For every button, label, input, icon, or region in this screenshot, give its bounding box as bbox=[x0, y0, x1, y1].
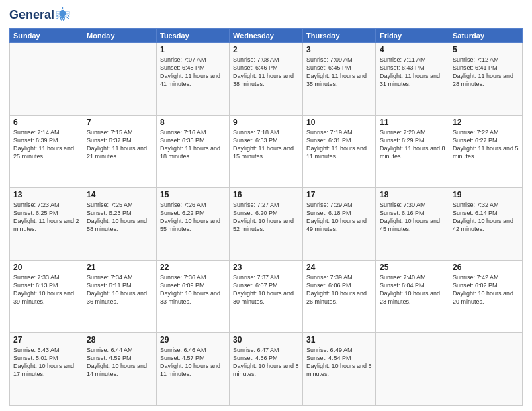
logo-text: General bbox=[9, 8, 54, 21]
day-number: 6 bbox=[13, 118, 79, 127]
weekday-header-thursday: Thursday bbox=[303, 29, 376, 43]
day-info: Sunrise: 6:47 AM Sunset: 4:56 PM Dayligh… bbox=[233, 346, 299, 379]
calendar-cell: 7Sunrise: 7:15 AM Sunset: 6:37 PM Daylig… bbox=[83, 116, 157, 188]
calendar-cell: 3Sunrise: 7:09 AM Sunset: 6:45 PM Daylig… bbox=[303, 43, 376, 116]
day-number: 16 bbox=[233, 190, 299, 199]
header: General 🕷 bbox=[9, 7, 523, 24]
day-number: 22 bbox=[160, 263, 226, 272]
weekday-header-tuesday: Tuesday bbox=[157, 29, 230, 43]
day-info: Sunrise: 6:44 AM Sunset: 4:59 PM Dayligh… bbox=[87, 346, 152, 379]
day-number: 8 bbox=[160, 118, 226, 127]
calendar-cell: 2Sunrise: 7:08 AM Sunset: 6:46 PM Daylig… bbox=[230, 43, 303, 116]
day-number: 14 bbox=[87, 190, 152, 199]
weekday-header-wednesday: Wednesday bbox=[230, 29, 303, 43]
day-info: Sunrise: 7:12 AM Sunset: 6:41 PM Dayligh… bbox=[453, 56, 519, 89]
day-info: Sunrise: 7:33 AM Sunset: 6:13 PM Dayligh… bbox=[13, 273, 79, 306]
day-number: 3 bbox=[306, 45, 372, 54]
day-info: Sunrise: 7:08 AM Sunset: 6:46 PM Dayligh… bbox=[233, 56, 299, 89]
calendar-cell: 30Sunrise: 6:47 AM Sunset: 4:56 PM Dayli… bbox=[230, 333, 303, 406]
calendar-cell: 16Sunrise: 7:27 AM Sunset: 6:20 PM Dayli… bbox=[230, 188, 303, 261]
day-number: 27 bbox=[13, 335, 79, 345]
calendar-cell: 4Sunrise: 7:11 AM Sunset: 6:43 PM Daylig… bbox=[376, 43, 449, 116]
day-info: Sunrise: 7:27 AM Sunset: 6:20 PM Dayligh… bbox=[233, 201, 299, 234]
day-number: 19 bbox=[453, 190, 519, 199]
week-row-1: 1Sunrise: 7:07 AM Sunset: 6:48 PM Daylig… bbox=[10, 43, 523, 116]
day-info: Sunrise: 6:49 AM Sunset: 4:54 PM Dayligh… bbox=[306, 346, 372, 379]
calendar-cell: 15Sunrise: 7:26 AM Sunset: 6:22 PM Dayli… bbox=[157, 188, 230, 261]
calendar-cell: 5Sunrise: 7:12 AM Sunset: 6:41 PM Daylig… bbox=[449, 43, 523, 116]
calendar-cell: 9Sunrise: 7:18 AM Sunset: 6:33 PM Daylig… bbox=[230, 116, 303, 188]
logo-bird-icon: 🕷 bbox=[56, 7, 71, 24]
calendar-cell: 31Sunrise: 6:49 AM Sunset: 4:54 PM Dayli… bbox=[303, 333, 376, 406]
day-info: Sunrise: 7:42 AM Sunset: 6:02 PM Dayligh… bbox=[453, 273, 519, 306]
week-row-2: 6Sunrise: 7:14 AM Sunset: 6:39 PM Daylig… bbox=[10, 116, 523, 188]
calendar-cell bbox=[449, 333, 523, 406]
week-row-5: 27Sunrise: 6:43 AM Sunset: 5:01 PM Dayli… bbox=[10, 333, 523, 406]
day-info: Sunrise: 7:23 AM Sunset: 6:25 PM Dayligh… bbox=[13, 201, 79, 234]
calendar-cell: 26Sunrise: 7:42 AM Sunset: 6:02 PM Dayli… bbox=[449, 261, 523, 333]
weekday-header-monday: Monday bbox=[83, 29, 157, 43]
calendar-cell: 18Sunrise: 7:30 AM Sunset: 6:16 PM Dayli… bbox=[376, 188, 449, 261]
day-number: 18 bbox=[380, 190, 445, 199]
calendar-cell: 17Sunrise: 7:29 AM Sunset: 6:18 PM Dayli… bbox=[303, 188, 376, 261]
day-number: 9 bbox=[233, 118, 299, 127]
day-info: Sunrise: 7:32 AM Sunset: 6:14 PM Dayligh… bbox=[453, 201, 519, 234]
day-number: 4 bbox=[380, 45, 445, 54]
day-number: 13 bbox=[13, 190, 79, 199]
day-number: 31 bbox=[306, 335, 372, 345]
day-number: 1 bbox=[160, 45, 226, 54]
calendar-cell: 6Sunrise: 7:14 AM Sunset: 6:39 PM Daylig… bbox=[10, 116, 83, 188]
day-info: Sunrise: 7:40 AM Sunset: 6:04 PM Dayligh… bbox=[380, 273, 445, 306]
day-number: 26 bbox=[453, 263, 519, 272]
day-info: Sunrise: 7:11 AM Sunset: 6:43 PM Dayligh… bbox=[380, 56, 445, 89]
calendar-cell: 20Sunrise: 7:33 AM Sunset: 6:13 PM Dayli… bbox=[10, 261, 83, 333]
day-info: Sunrise: 7:39 AM Sunset: 6:06 PM Dayligh… bbox=[306, 273, 372, 306]
day-number: 10 bbox=[306, 118, 372, 127]
weekday-header-row: SundayMondayTuesdayWednesdayThursdayFrid… bbox=[10, 29, 523, 43]
day-number: 2 bbox=[233, 45, 299, 54]
calendar-cell: 10Sunrise: 7:19 AM Sunset: 6:31 PM Dayli… bbox=[303, 116, 376, 188]
day-info: Sunrise: 7:25 AM Sunset: 6:23 PM Dayligh… bbox=[87, 201, 152, 234]
day-info: Sunrise: 7:30 AM Sunset: 6:16 PM Dayligh… bbox=[380, 201, 445, 234]
day-number: 11 bbox=[380, 118, 445, 127]
calendar-cell: 12Sunrise: 7:22 AM Sunset: 6:27 PM Dayli… bbox=[449, 116, 523, 188]
day-info: Sunrise: 7:09 AM Sunset: 6:45 PM Dayligh… bbox=[306, 56, 372, 89]
calendar-cell: 14Sunrise: 7:25 AM Sunset: 6:23 PM Dayli… bbox=[83, 188, 157, 261]
calendar-cell: 13Sunrise: 7:23 AM Sunset: 6:25 PM Dayli… bbox=[10, 188, 83, 261]
day-number: 20 bbox=[13, 263, 79, 272]
day-info: Sunrise: 7:36 AM Sunset: 6:09 PM Dayligh… bbox=[160, 273, 226, 306]
day-info: Sunrise: 7:26 AM Sunset: 6:22 PM Dayligh… bbox=[160, 201, 226, 234]
calendar-cell: 21Sunrise: 7:34 AM Sunset: 6:11 PM Dayli… bbox=[83, 261, 157, 333]
calendar-cell: 27Sunrise: 6:43 AM Sunset: 5:01 PM Dayli… bbox=[10, 333, 83, 406]
calendar-cell bbox=[376, 333, 449, 406]
day-info: Sunrise: 7:37 AM Sunset: 6:07 PM Dayligh… bbox=[233, 273, 299, 306]
calendar-cell: 29Sunrise: 6:46 AM Sunset: 4:57 PM Dayli… bbox=[157, 333, 230, 406]
day-info: Sunrise: 7:18 AM Sunset: 6:33 PM Dayligh… bbox=[233, 128, 299, 161]
weekday-header-friday: Friday bbox=[376, 29, 449, 43]
week-row-4: 20Sunrise: 7:33 AM Sunset: 6:13 PM Dayli… bbox=[10, 261, 523, 333]
calendar-cell: 25Sunrise: 7:40 AM Sunset: 6:04 PM Dayli… bbox=[376, 261, 449, 333]
day-info: Sunrise: 7:15 AM Sunset: 6:37 PM Dayligh… bbox=[87, 128, 152, 161]
day-number: 17 bbox=[306, 190, 372, 199]
day-info: Sunrise: 7:07 AM Sunset: 6:48 PM Dayligh… bbox=[160, 56, 226, 89]
day-info: Sunrise: 6:43 AM Sunset: 5:01 PM Dayligh… bbox=[13, 346, 79, 379]
calendar-cell: 22Sunrise: 7:36 AM Sunset: 6:09 PM Dayli… bbox=[157, 261, 230, 333]
calendar-cell: 1Sunrise: 7:07 AM Sunset: 6:48 PM Daylig… bbox=[157, 43, 230, 116]
day-info: Sunrise: 7:14 AM Sunset: 6:39 PM Dayligh… bbox=[13, 128, 79, 161]
day-number: 28 bbox=[87, 335, 152, 345]
day-info: Sunrise: 7:22 AM Sunset: 6:27 PM Dayligh… bbox=[453, 128, 519, 161]
calendar-cell: 24Sunrise: 7:39 AM Sunset: 6:06 PM Dayli… bbox=[303, 261, 376, 333]
day-number: 30 bbox=[233, 335, 299, 345]
weekday-header-saturday: Saturday bbox=[449, 29, 523, 43]
calendar-cell bbox=[83, 43, 157, 116]
day-number: 5 bbox=[453, 45, 519, 54]
day-number: 15 bbox=[160, 190, 226, 199]
day-number: 24 bbox=[306, 263, 372, 272]
day-number: 12 bbox=[453, 118, 519, 127]
week-row-3: 13Sunrise: 7:23 AM Sunset: 6:25 PM Dayli… bbox=[10, 188, 523, 261]
page: General 🕷 SundayMondayTuesdayWednesdayTh… bbox=[0, 0, 532, 411]
day-info: Sunrise: 7:29 AM Sunset: 6:18 PM Dayligh… bbox=[306, 201, 372, 234]
day-number: 25 bbox=[380, 263, 445, 272]
day-info: Sunrise: 7:19 AM Sunset: 6:31 PM Dayligh… bbox=[306, 128, 372, 161]
day-number: 23 bbox=[233, 263, 299, 272]
